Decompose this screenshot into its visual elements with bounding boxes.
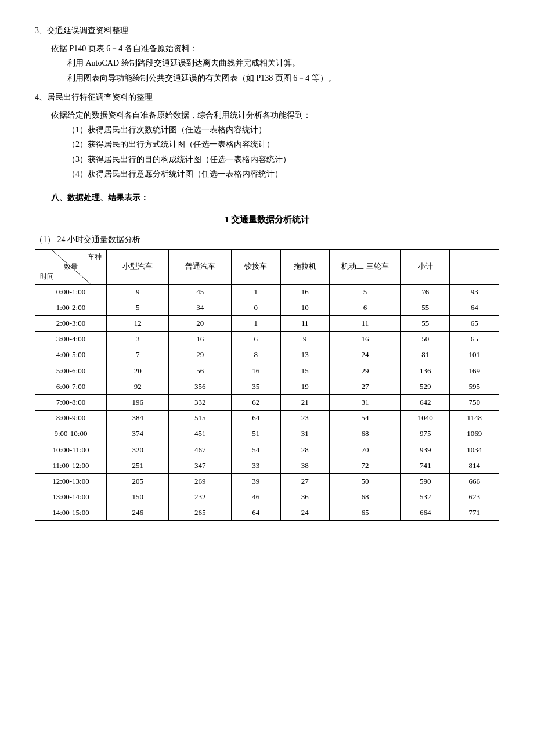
data-cell-5: 68 [330,426,401,442]
time-cell: 5:00-6:00 [35,363,107,379]
data-cell-6: 642 [400,394,450,410]
time-cell: 11:00-12:00 [35,458,107,473]
item3-ref: 依据 P140 页表 6－4 各自准备原始资料： [35,41,499,56]
data-cell-4: 9 [280,332,330,347]
data-cell-5: 65 [330,505,401,521]
data-cell-1: 374 [106,426,169,442]
data-cell-5: 24 [330,347,401,363]
data-cell-5: 70 [330,442,401,458]
table-header-diagonal: 车种 数量 时间 [35,250,107,284]
data-cell-4: 23 [280,411,330,426]
data-cell-3: 35 [232,379,281,394]
chapter-8: 八、数据处理、结果表示： [35,190,499,205]
data-cell-7: 1069 [450,426,499,442]
data-cell-4: 15 [280,363,330,379]
data-cell-5: 6 [330,300,401,315]
data-cell-2: 332 [169,394,232,410]
time-cell: 10:00-11:00 [35,442,107,458]
time-cell: 8:00-9:00 [35,411,107,426]
data-cell-1: 12 [106,316,169,332]
data-cell-5: 31 [330,394,401,410]
data-cell-1: 251 [106,458,169,473]
item4-intro: 依据给定的数据资料各自准备原始数据，综合利用统计分析各功能得到： [35,108,499,123]
table-row: 5:00-6:002056161529136169 [35,363,499,379]
table-row: 10:00-11:003204675428709391034 [35,442,499,458]
time-cell: 12:00-13:00 [35,473,107,489]
data-cell-7: 93 [450,284,499,300]
col-header-6: 小计 [400,250,450,284]
data-cell-4: 19 [280,379,330,394]
table-row: 2:00-3:001220111115565 [35,316,499,332]
data-cell-3: 64 [232,505,281,521]
item4-sub3: （3）获得居民出行的目的构成统计图（任选一表格内容统计） [35,152,499,167]
data-cell-2: 232 [169,489,232,505]
table-row: 0:00-1:0094511657693 [35,284,499,300]
section-4: 4、居民出行特征调查资料的整理 依据给定的数据资料各自准备原始数据，综合利用统计… [35,90,499,181]
col-header-2: 普通汽车 [169,250,232,284]
item3-chart: 利用图表向导功能绘制公共交通延误的有关图表（如 P138 页图 6－4 等）。 [35,71,499,85]
header-bottom-label: 时间 [39,272,103,282]
item3-autocad: 利用 AutoCAD 绘制路段交通延误到达离去曲线并完成相关计算。 [35,56,499,70]
data-cell-7: 169 [450,363,499,379]
traffic-data-table: 车种 数量 时间 小型汽车 普通汽车 铰接车 拖拉机 机动二 三轮车 小计 0:… [35,249,499,521]
data-cell-3: 64 [232,411,281,426]
data-cell-5: 54 [330,411,401,426]
data-cell-2: 265 [169,505,232,521]
data-cell-2: 451 [169,426,232,442]
data-cell-6: 939 [400,442,450,458]
time-cell: 3:00-4:00 [35,332,107,347]
data-cell-2: 56 [169,363,232,379]
data-cell-3: 46 [232,489,281,505]
table-row: 12:00-13:00205269392750590666 [35,473,499,489]
data-cell-5: 16 [330,332,401,347]
data-cell-6: 529 [400,379,450,394]
table-section: 1 交通量数据分析统计 （1） 24 小时交通量数据分析 车种 数量 时间 小型… [35,212,499,521]
data-cell-6: 55 [400,316,450,332]
data-cell-7: 1148 [450,411,499,426]
col-header-1: 小型汽车 [106,250,169,284]
data-cell-5: 50 [330,473,401,489]
item4-sub1: （1）获得居民出行次数统计图（任选一表格内容统计） [35,123,499,137]
data-cell-7: 65 [450,316,499,332]
table-row: 9:00-10:003744515131689751069 [35,426,499,442]
data-cell-1: 7 [106,347,169,363]
data-cell-4: 10 [280,300,330,315]
data-cell-3: 6 [232,332,281,347]
table-sub-title: （1） 24 小时交通量数据分析 [35,232,499,247]
table-row: 14:00-15:00246265642465664771 [35,505,499,521]
item3-title: 3、交通延误调查资料整理 [35,23,499,38]
data-cell-5: 72 [330,458,401,473]
data-cell-4: 28 [280,442,330,458]
item4-sub2: （2）获得居民的出行方式统计图（任选一表格内容统计） [35,137,499,152]
time-cell: 0:00-1:00 [35,284,107,300]
data-cell-7: 750 [450,394,499,410]
data-cell-3: 33 [232,458,281,473]
chapter8-underline: 数据处理、结果表示： [67,193,149,202]
data-cell-2: 467 [169,442,232,458]
data-cell-1: 5 [106,300,169,315]
data-cell-6: 741 [400,458,450,473]
data-cell-2: 269 [169,473,232,489]
time-cell: 14:00-15:00 [35,505,107,521]
data-cell-6: 81 [400,347,450,363]
data-cell-1: 3 [106,332,169,347]
data-cell-4: 13 [280,347,330,363]
data-cell-5: 11 [330,316,401,332]
data-cell-2: 34 [169,300,232,315]
data-cell-6: 975 [400,426,450,442]
table-row: 11:00-12:00251347333872741814 [35,458,499,473]
table-main-title: 1 交通量数据分析统计 [35,212,499,228]
time-cell: 9:00-10:00 [35,426,107,442]
data-cell-6: 664 [400,505,450,521]
data-cell-3: 8 [232,347,281,363]
table-row: 4:00-5:007298132481101 [35,347,499,363]
data-cell-1: 9 [106,284,169,300]
data-cell-2: 16 [169,332,232,347]
data-cell-5: 5 [330,284,401,300]
data-cell-1: 246 [106,505,169,521]
data-cell-1: 196 [106,394,169,410]
col-header-5: 机动二 三轮车 [330,250,401,284]
data-cell-3: 0 [232,300,281,315]
data-cell-7: 1034 [450,442,499,458]
data-cell-2: 20 [169,316,232,332]
